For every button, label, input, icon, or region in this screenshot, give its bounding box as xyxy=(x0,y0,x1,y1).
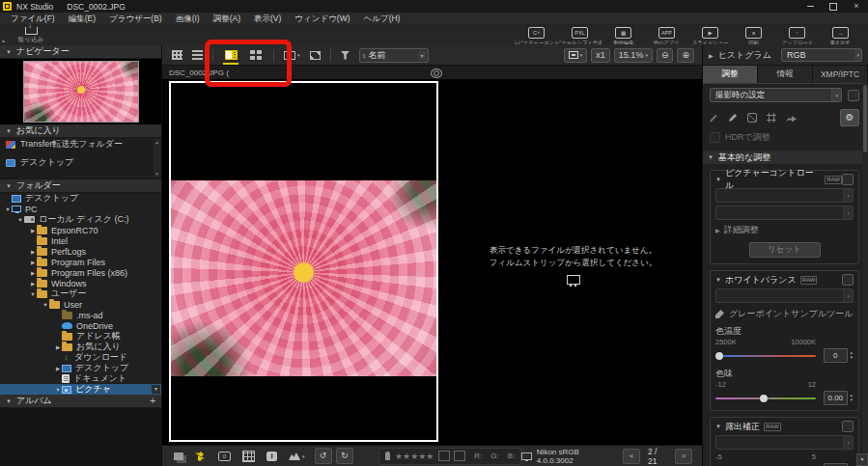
zoom-in-button[interactable]: ⊕ xyxy=(677,48,694,63)
add-album-button[interactable]: + xyxy=(150,395,155,407)
info-overlay-button[interactable]: i xyxy=(266,452,277,461)
print-button[interactable]: ≡印刷 xyxy=(732,26,775,44)
expander-icon[interactable]: ▶ xyxy=(29,260,37,265)
histogram-section-header[interactable]: ▶ ヒストグラム RGB ▾ xyxy=(703,45,868,66)
frame-info-button[interactable]: 0 xyxy=(218,452,231,461)
minimize-button[interactable] xyxy=(798,0,822,13)
image-pane-empty[interactable]: 表示できるファイルが選択されていません。 フィルムストリップから選択してください… xyxy=(444,80,702,443)
compare-mode-button[interactable]: ▾ xyxy=(284,51,300,60)
folder-tree-item[interactable]: ▶Program Files xyxy=(0,257,161,267)
quick-adjust-arrows-button[interactable] xyxy=(195,452,207,461)
star-rating[interactable]: ★★★★★ xyxy=(395,452,434,461)
zoom-percent-dropdown[interactable]: 15.1% ▾ xyxy=(614,48,653,63)
auto-retouch-tool-icon[interactable] xyxy=(710,114,718,123)
photo-view-button[interactable] xyxy=(220,47,241,64)
grid-overlay-button[interactable] xyxy=(242,451,255,462)
expander-icon[interactable]: ▼ xyxy=(42,302,49,308)
thumbnail-list-view-button[interactable] xyxy=(192,50,203,60)
panel-scrollbar[interactable] xyxy=(862,83,868,452)
retouch-brush-tool-icon[interactable] xyxy=(728,113,738,123)
hdr-checkbox[interactable] xyxy=(710,132,720,143)
slideshow-button[interactable]: ▶スライドショー xyxy=(688,26,732,44)
folder-tree-item[interactable]: ▼ユーザー xyxy=(0,288,161,299)
white-balance-dropdown[interactable]: ▾ xyxy=(715,288,854,303)
import-button[interactable]: 取り込み xyxy=(12,26,50,44)
sort-dropdown[interactable]: ↑↓ 名前 ▾ xyxy=(359,48,429,63)
expander-icon[interactable]: ▶ xyxy=(54,366,62,371)
favorites-header[interactable]: ▼ お気に入り xyxy=(0,124,161,138)
menu-item[interactable]: ブラウザー(B) xyxy=(102,13,169,25)
crop-tool-icon[interactable] xyxy=(767,113,776,123)
navigator-header[interactable]: ▼ ナビゲーター xyxy=(0,45,161,59)
picture-control-dropdown-2[interactable]: ▾ xyxy=(715,206,854,220)
expander-icon[interactable]: ▶ xyxy=(29,249,37,255)
folders-header[interactable]: ▼ フォルダー xyxy=(0,179,161,193)
reset-button[interactable]: リセット xyxy=(749,242,821,258)
expander-icon[interactable]: ▶ xyxy=(29,270,37,276)
tab-adjustments[interactable]: 調整 xyxy=(703,66,758,83)
favorites-scrollbar[interactable]: ▴ ▾ xyxy=(154,139,160,178)
expander-icon[interactable]: ▶ xyxy=(54,344,62,350)
menu-item[interactable]: 表示(V) xyxy=(247,13,288,25)
menu-item[interactable]: ヘルプ(H) xyxy=(357,13,407,25)
maximize-button[interactable] xyxy=(822,0,845,13)
menu-item[interactable]: ウィンドウ(W) xyxy=(288,13,356,25)
folder-tree-item[interactable]: ▶EpsonRC70 xyxy=(0,225,161,235)
favorite-item[interactable]: デスクトップ xyxy=(0,156,161,169)
previous-image-button[interactable]: < xyxy=(623,449,640,464)
exposure-checkbox[interactable] xyxy=(842,421,854,432)
image-pane-selected[interactable] xyxy=(169,81,438,442)
menu-item[interactable]: 調整(A) xyxy=(207,13,247,25)
straighten-tool-icon[interactable] xyxy=(786,114,797,123)
picture-control-dropdown-1[interactable]: ▾ xyxy=(715,188,854,203)
gray-point-sample-tool[interactable]: グレーポイントサンプルツール xyxy=(715,308,854,320)
exposure-dropdown[interactable]: ▾ xyxy=(715,435,854,450)
menu-item[interactable]: 画像(I) xyxy=(169,13,207,25)
folder-tree-item[interactable]: ▼ピクチャ xyxy=(0,384,161,395)
scrollbar-thumb[interactable] xyxy=(863,85,867,152)
upload-button[interactable]: ↑アップロード xyxy=(775,26,819,44)
rotate-left-button[interactable]: ↺ xyxy=(315,448,332,464)
tint-value[interactable]: 0.00 xyxy=(824,391,848,405)
zoom-out-button[interactable]: ⊖ xyxy=(657,48,674,63)
tab-info[interactable]: 情報 xyxy=(758,66,813,83)
fit-to-screen-button[interactable]: ▾ xyxy=(564,48,588,63)
folder-tree-item[interactable]: ▶PerfLogs xyxy=(0,246,161,257)
spinner-arrows-icon[interactable]: ▲▼ xyxy=(850,392,854,404)
expander-icon[interactable]: ▶ xyxy=(29,228,37,233)
label-filter-icon[interactable] xyxy=(454,451,465,461)
pixel-shift-merge-button[interactable]: PXLピクセルシフト合成 xyxy=(558,26,602,44)
label-pin-icon[interactable] xyxy=(385,452,390,460)
fullscreen-button[interactable] xyxy=(310,51,321,60)
preset-checkbox[interactable] xyxy=(848,90,859,101)
expander-icon[interactable]: ▼ xyxy=(16,217,24,223)
white-balance-checkbox[interactable] xyxy=(842,274,854,286)
folder-tree-item[interactable]: ▶Program Files (x86) xyxy=(0,267,161,278)
panel-scroll-down-button[interactable]: ▾ xyxy=(856,453,868,466)
menu-item[interactable]: 編集(E) xyxy=(62,13,102,25)
expander-icon[interactable]: ▼ xyxy=(54,387,62,393)
expander-icon[interactable]: ▼ xyxy=(4,206,12,212)
slider-thumb[interactable] xyxy=(760,395,768,402)
protect-icon[interactable] xyxy=(438,451,450,461)
histogram-overlay-button[interactable]: ▾ xyxy=(289,452,305,460)
expander-icon[interactable]: ▶ xyxy=(29,281,37,287)
folder-tree-item[interactable]: ▼ローカル ディスク (C:) xyxy=(0,214,161,225)
menu-item[interactable]: ファイル(F) xyxy=(4,13,62,25)
export-button[interactable]: →書き出す xyxy=(819,26,862,44)
other-apps-button[interactable]: APP他のアプリ xyxy=(645,26,688,44)
video-edit-button[interactable]: ▦動画編集 xyxy=(602,26,645,44)
filter-button[interactable] xyxy=(341,51,350,60)
thumbnail-grid-view-button[interactable] xyxy=(172,50,182,60)
folder-tree-item[interactable]: デスクトップ xyxy=(0,193,161,204)
settings-gear-button[interactable]: ⚙ xyxy=(840,109,859,126)
rotate-right-button[interactable]: ↻ xyxy=(336,448,353,464)
expander-icon[interactable]: ▼ xyxy=(29,291,37,297)
stack-display-button[interactable] xyxy=(174,452,183,460)
basic-adjustments-header[interactable]: ▼ 基本的な調整 xyxy=(703,151,868,164)
toolbar-collapse-icon[interactable]: ▴ xyxy=(2,37,5,43)
temperature-slider[interactable] xyxy=(715,351,816,361)
tint-slider[interactable] xyxy=(715,394,816,403)
red-eye-tool-icon[interactable] xyxy=(747,113,757,123)
close-button[interactable]: × xyxy=(845,0,868,13)
